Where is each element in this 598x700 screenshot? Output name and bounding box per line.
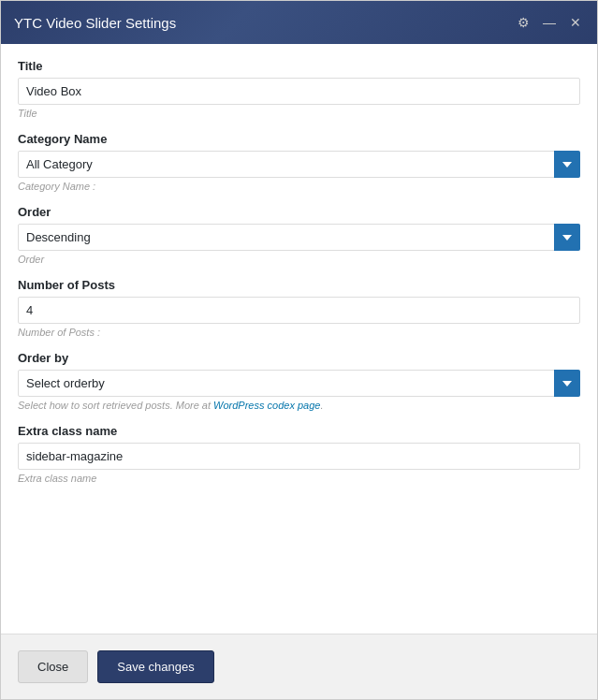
title-label: Title (18, 59, 580, 73)
extra-class-name-hint: Extra class name (18, 473, 580, 484)
window-title: YTC Video Slider Settings (14, 15, 176, 31)
minimize-icon[interactable]: — (541, 14, 558, 31)
footer: Close Save changes (1, 634, 597, 699)
number-of-posts-label: Number of Posts (18, 278, 580, 292)
order-by-hint-text: Select how to sort retrieved posts. More… (18, 400, 213, 411)
settings-content: Title Title Category Name All Category C… (1, 44, 597, 634)
order-label: Order (18, 205, 580, 219)
order-select[interactable]: Descending Ascending (18, 224, 580, 251)
title-input[interactable] (18, 78, 580, 105)
extra-class-name-field-group: Extra class name Extra class name (18, 424, 580, 484)
order-by-hint: Select how to sort retrieved posts. More… (18, 400, 580, 411)
extra-class-name-label: Extra class name (18, 424, 580, 438)
close-button[interactable]: Close (18, 650, 88, 683)
order-field-group: Order Descending Ascending Order (18, 205, 580, 265)
order-by-label: Order by (18, 351, 580, 365)
number-of-posts-input[interactable] (18, 297, 580, 324)
category-name-select[interactable]: All Category (18, 151, 580, 178)
title-hint: Title (18, 108, 580, 119)
number-of-posts-field-group: Number of Posts Number of Posts : (18, 278, 580, 338)
category-name-field-group: Category Name All Category Category Name… (18, 132, 580, 192)
order-by-select-wrapper: Select orderby Date Title Modified Menu … (18, 370, 580, 397)
settings-window: YTC Video Slider Settings ⚙ — ✕ Title Ti… (0, 0, 598, 700)
close-icon[interactable]: ✕ (567, 14, 584, 31)
category-name-select-wrapper: All Category (18, 151, 580, 178)
category-name-hint: Category Name : (18, 181, 580, 192)
order-by-select[interactable]: Select orderby Date Title Modified Menu … (18, 370, 580, 397)
category-name-label: Category Name (18, 132, 580, 146)
wordpress-codex-link[interactable]: WordPress codex page (213, 400, 320, 411)
window-controls: ⚙ — ✕ (515, 14, 584, 31)
order-by-field-group: Order by Select orderby Date Title Modif… (18, 351, 580, 411)
order-select-wrapper: Descending Ascending (18, 224, 580, 251)
save-changes-button[interactable]: Save changes (97, 650, 213, 683)
title-field-group: Title Title (18, 59, 580, 119)
order-hint: Order (18, 254, 580, 265)
extra-class-name-input[interactable] (18, 443, 580, 470)
gear-icon[interactable]: ⚙ (515, 14, 532, 31)
titlebar: YTC Video Slider Settings ⚙ — ✕ (1, 1, 597, 44)
number-of-posts-hint: Number of Posts : (18, 327, 580, 338)
